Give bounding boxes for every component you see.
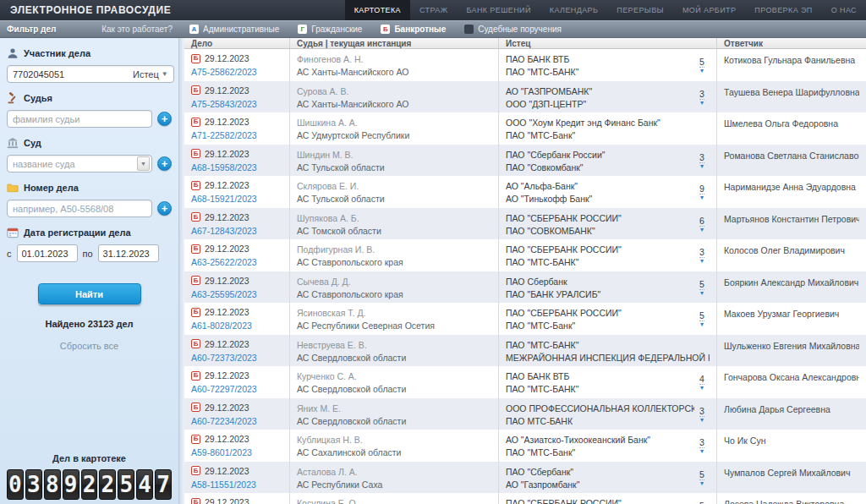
chevron-down-icon: ▾: [700, 417, 704, 423]
nav-item-proverka-ep[interactable]: ПРОВЕРКА ЭП: [745, 0, 821, 20]
plaintiff-name: ПАО "СБЕРБАНК РОССИИ": [506, 497, 694, 504]
plaintiff-name: ПАО "Сбербанк России": [506, 149, 694, 162]
case-number-link[interactable]: А59-8601/2023: [191, 447, 252, 457]
participant-role-dropdown[interactable]: Истец▼: [133, 69, 168, 79]
court-select[interactable]: название суда ▼: [7, 155, 152, 173]
plaintiff-list: ПАО "Сбербанк"АО "Газпромбанк": [506, 466, 694, 494]
nav-item-bank-resheniy[interactable]: БАНК РЕШЕНИЙ: [457, 0, 540, 20]
judge-input[interactable]: [13, 114, 146, 124]
bankruptcy-case-icon: Б: [191, 498, 200, 504]
case-number-link[interactable]: А60-72297/2023: [191, 384, 257, 394]
plaintiff-name: АО "Газпромбанк": [506, 479, 694, 491]
counter-digits: 038922547: [7, 469, 172, 500]
add-court-button[interactable]: +: [157, 156, 172, 171]
case-number-input[interactable]: [13, 204, 146, 214]
date-from-label: с: [7, 249, 12, 259]
case-number-link[interactable]: А75-25843/2023: [191, 99, 257, 109]
add-case-number-button[interactable]: +: [157, 201, 172, 216]
participants-count-toggle[interactable]: 3 ▾: [694, 434, 710, 462]
case-type-filters: А Административные Г Гражданские Б Банкр…: [179, 25, 562, 34]
defendant-name: Мартьянов Константин Петрович: [724, 212, 859, 224]
table-row: Б 29.12.2023 А68-15921/2023 Склярова Е. …: [184, 176, 866, 208]
case-date: 29.12.2023: [205, 370, 249, 381]
date-to-input[interactable]: [98, 244, 159, 262]
registration-date-section: Дата регистрации дела с по: [7, 227, 172, 262]
table-row: Б 29.12.2023 А60-72297/2023 Курченко С. …: [184, 366, 866, 398]
app-window: ЭЛЕКТРОННОЕ ПРАВОСУДИЕ КАРТОТЕКАСТРАЖБАН…: [0, 0, 866, 504]
case-number-link[interactable]: А63-25622/2023: [191, 257, 257, 267]
plaintiff-list: ПАО БАНК ВТБПАО "МТС-БАНК": [506, 53, 694, 81]
case-number-link[interactable]: А58-11551/2023: [191, 479, 256, 490]
chevron-down-icon: ▾: [700, 68, 704, 74]
plaintiff-list: ПАО "СБЕРБАНК РОССИИ": [506, 497, 694, 504]
plaintiff-name: АО "Азиатско-Тихоокеанский Банк": [506, 434, 694, 446]
case-date: 29.12.2023: [205, 117, 249, 127]
plaintiff-name: ПАО "СБЕРБАНК РОССИИ": [506, 212, 694, 225]
case-number-link[interactable]: А71-22582/2023: [191, 130, 257, 140]
case-date: 29.12.2023: [205, 180, 249, 190]
nav-item-kartoteka[interactable]: КАРТОТЕКА: [345, 0, 410, 20]
nav-item-kalendar[interactable]: КАЛЕНДАРЬ: [540, 0, 607, 20]
participants-count-toggle[interactable]: 6 ▾: [694, 212, 710, 240]
participants-count-toggle[interactable]: 3 ▾: [694, 244, 710, 271]
nav-item-moy-arbitr[interactable]: МОЙ АРБИТР: [673, 0, 745, 20]
nav-item-strazh[interactable]: СТРАЖ: [410, 0, 457, 20]
column-header-defendant: Ответчик: [717, 38, 866, 48]
participant-input[interactable]: [13, 69, 133, 79]
top-navigation-bar: ЭЛЕКТРОННОЕ ПРАВОСУДИЕ КАРТОТЕКАСТРАЖБАН…: [0, 0, 866, 20]
participant-input-wrap: Истец▼: [7, 65, 174, 83]
case-date: 29.12.2023: [205, 149, 249, 159]
participants-count-toggle[interactable]: 5 ▾: [694, 53, 710, 81]
participants-count-toggle[interactable]: 4 ▾: [694, 370, 710, 398]
participants-count-toggle[interactable]: 3 ▾: [694, 149, 710, 177]
date-from-input[interactable]: [17, 244, 78, 262]
column-header-case: Дело: [184, 38, 290, 48]
judge-name: Невструева Е. В.: [297, 339, 491, 352]
counter-digit: 4: [136, 469, 153, 500]
case-number-link[interactable]: А68-15958/2023: [191, 162, 257, 173]
court-name: АС Ханты-Мансийского АО: [297, 98, 491, 111]
case-type-letter-icon: Г: [298, 25, 307, 34]
reset-all-link[interactable]: Сбросить все: [7, 341, 172, 351]
found-cases-count: Найдено 23123 дел: [7, 319, 172, 329]
main-nav: КАРТОТЕКАСТРАЖБАНК РЕШЕНИЙКАЛЕНДАРЬПЕРЕР…: [345, 0, 866, 20]
plaintiff-name: АО "Альфа-Банк": [506, 180, 694, 193]
case-number-link[interactable]: А63-25595/2023: [191, 289, 257, 299]
case-number-link[interactable]: А68-15921/2023: [191, 194, 257, 204]
search-button[interactable]: Найти: [38, 283, 141, 304]
participants-count-toggle[interactable]: 5 ▾: [694, 276, 710, 304]
case-type-filter-bankrotnye[interactable]: Б Банкротные: [381, 25, 446, 34]
case-type-filter-administrativnye[interactable]: А Административные: [189, 25, 279, 34]
defendant-name: Гончарова Оксана Александровна: [724, 370, 859, 382]
case-number-link[interactable]: А67-12843/2023: [191, 226, 257, 236]
plaintiff-name: ПАО "МТС-Банк": [506, 320, 694, 332]
participants-count-toggle[interactable]: 9 ▾: [694, 180, 710, 208]
case-date: 29.12.2023: [205, 276, 249, 286]
plaintiff-name: АО "ГАЗПРОМБАНК": [506, 85, 694, 98]
chevron-down-icon: ▾: [700, 448, 704, 454]
case-number-link[interactable]: А75-25862/2023: [191, 67, 257, 77]
participants-count-toggle[interactable]: 5 ▾: [694, 466, 710, 494]
case-number-link[interactable]: А61-8028/2023: [191, 320, 252, 331]
participants-count-toggle[interactable]: 5 ▾: [694, 497, 710, 504]
judge-label: Судья: [24, 93, 52, 103]
chevron-down-icon: ▾: [700, 321, 704, 327]
nav-item-o-nas[interactable]: О НАС: [822, 0, 866, 20]
participants-count-toggle[interactable]: 3 ▾: [694, 403, 710, 430]
participants-count-toggle[interactable]: 5 ▾: [694, 307, 710, 335]
person-icon: [7, 47, 19, 59]
plaintiff-name: ПАО "МТС-БАНК": [506, 256, 694, 269]
case-type-filter-grazhdanskie[interactable]: Г Гражданские: [298, 25, 362, 34]
case-type-letter-icon: Б: [381, 25, 390, 34]
defendant-name: Любина Дарья Сергеевна: [724, 403, 859, 414]
chevron-down-icon[interactable]: ▼: [137, 156, 150, 171]
nav-item-pereryvy[interactable]: ПЕРЕРЫВЫ: [607, 0, 673, 20]
court-name: АС Тульской области: [297, 162, 491, 174]
case-type-filter-sudebnye-porucheniya[interactable]: Судебные поручения: [464, 25, 562, 34]
participants-count-toggle[interactable]: 3 ▾: [694, 85, 710, 113]
case-number-link[interactable]: А60-72234/2023: [191, 416, 257, 426]
add-judge-button[interactable]: +: [157, 112, 172, 126]
how-it-works-link[interactable]: Как это работает?: [101, 25, 173, 34]
counter-digit: 5: [118, 469, 134, 500]
case-number-link[interactable]: А60-72373/2023: [191, 353, 257, 363]
